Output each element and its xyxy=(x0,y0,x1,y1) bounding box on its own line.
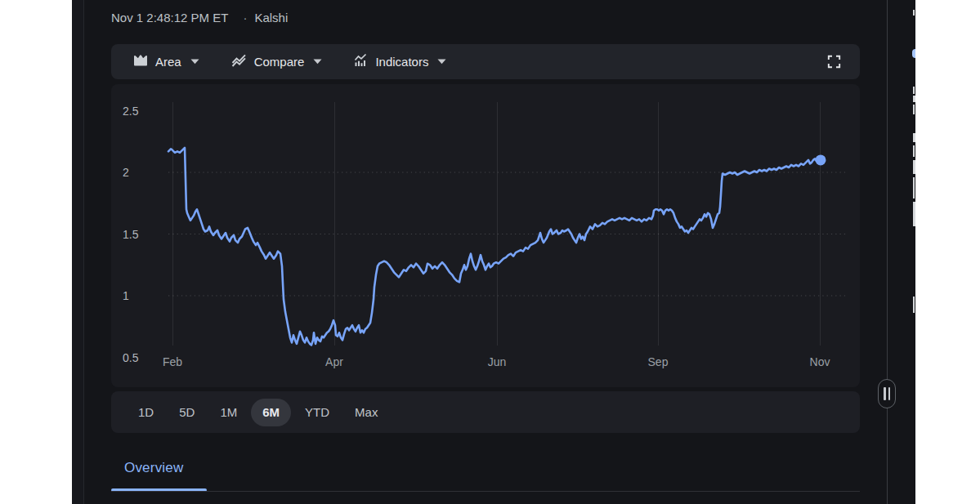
tabs-baseline-rule xyxy=(111,491,860,492)
tab-overview[interactable]: Overview xyxy=(111,456,196,480)
handle-grip-bar xyxy=(888,387,891,400)
clipped-text-fragment xyxy=(913,133,915,142)
separator-dot: · xyxy=(243,11,247,25)
panel-resize-handle[interactable] xyxy=(878,379,896,408)
clipped-text-fragment xyxy=(913,177,915,198)
svg-text:Nov: Nov xyxy=(810,355,830,368)
svg-text:Apr: Apr xyxy=(325,355,343,368)
range-button-6m[interactable]: 6M xyxy=(251,399,291,426)
clipped-text-fragment xyxy=(913,105,915,114)
chevron-down-icon xyxy=(190,59,199,65)
fullscreen-icon xyxy=(826,54,842,69)
svg-text:2.5: 2.5 xyxy=(123,105,139,118)
fullscreen-button[interactable] xyxy=(826,54,842,69)
svg-text:1: 1 xyxy=(123,289,129,302)
chart-type-label: Area xyxy=(155,55,181,69)
chart-toolbar: Area Compare Indicators xyxy=(111,44,860,79)
time-range-bar: 1D 5D 1M 6M YTD Max xyxy=(111,391,860,433)
clipped-text-fragment xyxy=(913,96,915,102)
range-button-ytd[interactable]: YTD xyxy=(293,399,341,426)
panel-divider-line xyxy=(887,0,888,504)
chevron-down-icon xyxy=(437,59,446,65)
svg-text:0.5: 0.5 xyxy=(123,351,139,364)
compare-label: Compare xyxy=(254,55,305,69)
range-button-1m[interactable]: 1M xyxy=(208,399,248,426)
compare-icon xyxy=(230,52,248,72)
range-button-5d[interactable]: 5D xyxy=(168,399,206,426)
chart-plot: FebAprJunSepNov2.521.510.5 xyxy=(111,84,860,387)
indicators-icon xyxy=(353,52,369,72)
clipped-text-fragment xyxy=(913,160,915,174)
svg-text:1.5: 1.5 xyxy=(123,228,139,241)
indicators-menu[interactable]: Indicators xyxy=(353,52,446,72)
left-edge-strip xyxy=(72,0,84,504)
area-chart-icon xyxy=(132,52,149,72)
chevron-down-icon xyxy=(313,59,322,65)
quote-source: Kalshi xyxy=(254,11,288,25)
svg-text:2: 2 xyxy=(123,166,129,179)
clipped-text-fragment xyxy=(913,202,915,226)
clipped-text-fragment xyxy=(913,87,915,94)
svg-text:Sep: Sep xyxy=(648,355,669,368)
clipped-text-fragment xyxy=(913,145,915,157)
price-chart[interactable]: FebAprJunSepNov2.521.510.5 xyxy=(111,84,860,387)
quote-timestamp: Nov 1 2:48:12 PM ET xyxy=(111,11,228,25)
handle-grip-bar xyxy=(884,387,886,400)
chart-type-menu[interactable]: Area xyxy=(132,52,199,72)
clipped-text-fragment xyxy=(913,297,915,313)
quote-timestamp-row: Nov 1 2:48:12 PM ET · Kalshi xyxy=(111,9,288,25)
clipped-avatar-fragment xyxy=(912,49,915,58)
range-button-max[interactable]: Max xyxy=(343,399,389,426)
clipped-text-fragment xyxy=(913,10,915,16)
svg-text:Jun: Jun xyxy=(488,355,507,368)
compare-menu[interactable]: Compare xyxy=(230,52,323,72)
svg-text:Feb: Feb xyxy=(163,355,182,368)
range-button-1d[interactable]: 1D xyxy=(127,399,165,426)
indicators-label: Indicators xyxy=(375,55,428,69)
